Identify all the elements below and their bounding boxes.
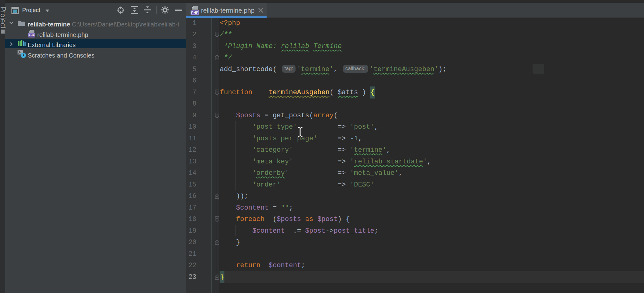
svg-text:PHP: PHP [28,34,35,37]
svg-text:PHP: PHP [191,11,199,14]
